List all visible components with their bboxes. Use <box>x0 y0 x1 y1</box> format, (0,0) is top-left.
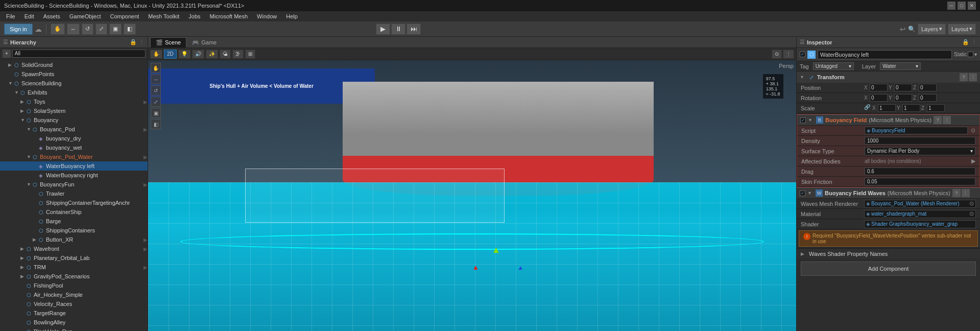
transform-header[interactable]: ⤢ Transform ? ⋮ <box>797 72 980 83</box>
menu-component[interactable]: Component <box>106 12 143 20</box>
buoyancy-waves-header[interactable]: W Buoyancy Field Waves (Microsoft Mesh P… <box>797 187 980 199</box>
tree-item-gravitypod[interactable]: ⬡ GravityPod_Scenarios <box>0 272 148 281</box>
material-value[interactable]: ◈ water_shadergraph_mat ⊙ <box>864 210 976 218</box>
hierarchy-lock-icon[interactable]: 🔒 <box>130 39 137 45</box>
rotation-x-input[interactable]: 0 <box>870 94 888 102</box>
tree-item-targetrange[interactable]: ⬡ TargetRange <box>0 309 148 318</box>
audio-toggle[interactable]: 🔊 <box>192 50 204 59</box>
tree-item-air-hockey[interactable]: ⬡ Air_Hockey_Simple <box>0 290 148 299</box>
close-button[interactable]: ✕ <box>968 2 976 10</box>
menu-mesh-toolkit[interactable]: Mesh Toolkit <box>144 12 183 20</box>
tree-item-barge[interactable]: ⬡ Barge <box>0 217 148 226</box>
object-active-checkbox[interactable] <box>800 52 805 57</box>
rotate-tool-button[interactable]: ↺ <box>82 23 93 35</box>
gizmo-rotate[interactable]: ↺ <box>151 85 161 96</box>
inspector-lock-icon[interactable]: 🔒 <box>962 39 969 45</box>
hierarchy-more-icon[interactable]: ⋮ <box>139 39 145 45</box>
scale-y-input[interactable]: 1 <box>902 104 920 112</box>
waves-help-button[interactable]: ? <box>952 189 961 197</box>
buoyancy-help-button[interactable]: ? <box>934 116 942 124</box>
tree-item-bouyanc-pod[interactable]: ⬡ Bouyanc_Pod ▶ <box>0 125 148 134</box>
scene-more-button[interactable]: ⋮ <box>783 50 794 59</box>
search-icon[interactable]: 🔍 <box>908 26 916 33</box>
tree-item-buoyancy[interactable]: ⬡ Buoyancy <box>0 115 148 125</box>
tree-item-wavefront[interactable]: ⬡ Wavefront ▶ <box>0 244 148 253</box>
script-value[interactable]: ◈ BuoyancyField <box>865 127 968 134</box>
tree-item-bouyanc-pod-water[interactable]: ⬡ Bouyanc_Pod_Water ▶ <box>0 152 148 161</box>
position-z-input[interactable]: 0 <box>919 84 937 91</box>
menu-edit[interactable]: Edit <box>20 12 38 20</box>
fog-toggle[interactable]: 🌫 <box>232 50 244 59</box>
maximize-button[interactable]: □ <box>958 2 966 10</box>
tag-dropdown[interactable]: Untagged ▾ <box>813 62 854 70</box>
2d-toggle[interactable]: 2D <box>164 50 177 59</box>
static-checkbox[interactable] <box>968 52 973 57</box>
tree-item-toys[interactable]: ⬡ Toys ▶ <box>0 97 148 106</box>
grid-toggle[interactable]: ⊞ <box>245 50 255 59</box>
fx-toggle[interactable]: ✨ <box>206 50 218 59</box>
material-select-icon[interactable]: ⊙ <box>969 210 974 217</box>
gizmo-move[interactable]: ↔ <box>151 74 161 84</box>
surface-type-dropdown[interactable]: Dynamic Flat Per Body ▾ <box>865 147 975 155</box>
hierarchy-content[interactable]: ⬡ SolidGround ⬡ SpawnPoints ⬡ ScienceBui… <box>0 59 148 331</box>
scene-viewport[interactable]: Ship's Hull + Air Volume < Volume of Wat… <box>148 60 796 331</box>
scale-tool-button[interactable]: ⤢ <box>95 23 107 35</box>
hand-tool-button[interactable]: ✋ <box>51 23 65 35</box>
tab-scene[interactable]: 🎬 Scene <box>150 37 186 48</box>
undo-icon[interactable]: ↩ <box>900 25 906 33</box>
hand-scene-button[interactable]: ✋ <box>150 50 162 59</box>
tree-item-solidground[interactable]: ⬡ SolidGround <box>0 60 148 69</box>
scale-lock-icon[interactable]: 🔗 <box>864 104 870 112</box>
menu-jobs[interactable]: Jobs <box>184 12 204 20</box>
buoyancy-field-header[interactable]: B Buoyancy Field (Microsoft Mesh Physics… <box>797 114 979 126</box>
menu-gameobject[interactable]: GameObject <box>65 12 105 20</box>
gizmo-transform[interactable]: ◧ <box>151 119 161 129</box>
layout-dropdown[interactable]: Layout ▾ <box>948 23 976 35</box>
shader-value[interactable]: ◈ Shader Graphs/buoyancy_water_grap <box>864 220 976 228</box>
buoyancy-more-button[interactable]: ⋮ <box>943 116 951 124</box>
tree-item-containership[interactable]: ⬡ ContainerShip <box>0 207 148 217</box>
waves-shader-header[interactable]: Waves Shader Property Names <box>797 248 980 258</box>
tree-item-buoyancy-dry[interactable]: ◈ buoyancy_dry <box>0 134 148 143</box>
transform-tool-button[interactable]: ◧ <box>124 23 136 35</box>
affected-bodies-more-icon[interactable]: ▶ <box>971 158 975 164</box>
tree-item-shipping-container-targeting[interactable]: ⬡ ShippingContainerTargetingAnchr <box>0 198 148 207</box>
script-select-icon[interactable]: ⊙ <box>971 127 975 134</box>
tree-item-fishingpool[interactable]: ⬡ FishingPool <box>0 281 148 290</box>
drag-input[interactable]: 0.6 <box>865 168 975 175</box>
menu-microsoft-mesh[interactable]: Microsoft Mesh <box>206 12 252 20</box>
tree-item-trawler[interactable]: ⬡ Trawler <box>0 189 148 198</box>
gizmo-scale[interactable]: ⤢ <box>151 97 161 107</box>
tree-item-spawnpoints[interactable]: ⬡ SpawnPoints <box>0 69 148 79</box>
tree-item-shippingcontainers[interactable]: ⬡ ShippingContainers <box>0 226 148 235</box>
menu-help[interactable]: Help <box>282 12 302 20</box>
minimize-button[interactable]: ─ <box>947 2 955 10</box>
waves-active-checkbox[interactable] <box>800 191 805 196</box>
move-tool-button[interactable]: ↔ <box>67 23 80 35</box>
buoyancy-active-checkbox[interactable] <box>800 117 806 123</box>
step-button[interactable]: ⏭ <box>407 23 421 35</box>
menu-file[interactable]: File <box>2 12 19 20</box>
waves-mesh-renderer-value[interactable]: ◈ Bouyanc_Pod_Water (Mesh Renderer) ⊙ <box>864 200 976 208</box>
layers-dropdown[interactable]: Layers ▾ <box>918 23 946 35</box>
light-toggle[interactable]: 💡 <box>178 50 190 59</box>
tree-item-button-xr[interactable]: ⬡ Button_XR ▶ <box>0 235 148 244</box>
mesh-renderer-select-icon[interactable]: ⊙ <box>969 200 974 207</box>
scale-x-input[interactable]: 1 <box>878 104 896 112</box>
tree-item-waterbuoyancy-right[interactable]: ◈ WaterBuoyancy right <box>0 171 148 180</box>
gizmo-rect[interactable]: ▣ <box>151 108 161 118</box>
tab-game[interactable]: 🎮 Game <box>186 37 222 48</box>
tree-item-buoyancy-wet[interactable]: ◈ buoyancy_wet <box>0 143 148 152</box>
rect-tool-button[interactable]: ▣ <box>109 23 122 35</box>
transform-more-button[interactable]: ⋮ <box>969 73 977 81</box>
tree-item-buoyancyfun[interactable]: ⬡ BuoyancyFun ▶ <box>0 180 148 189</box>
static-chevron-icon[interactable]: ▾ <box>974 52 977 57</box>
position-y-input[interactable]: 0 <box>894 84 912 91</box>
pause-button[interactable]: ⏸ <box>391 23 405 35</box>
object-name-input[interactable] <box>818 50 952 59</box>
tree-item-waterbuoyancy-left[interactable]: ◈ WaterBuoyancy left <box>0 161 148 171</box>
menu-assets[interactable]: Assets <box>39 12 64 20</box>
inspector-more-icon[interactable]: ⋮ <box>971 39 977 45</box>
add-gameobject-button[interactable]: + <box>2 49 11 58</box>
skybox-toggle[interactable]: 🌤 <box>220 50 231 59</box>
